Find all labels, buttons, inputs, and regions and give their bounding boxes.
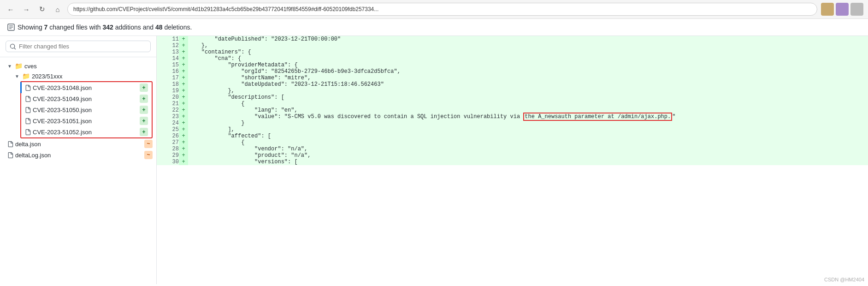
line-code-21: { — [188, 101, 868, 107]
tree-item-cve-51048[interactable]: CVE-2023-51048.json + — [21, 82, 152, 93]
line-code-28: "vendor": "n/a", — [188, 146, 868, 152]
line-sign-15: + — [179, 62, 188, 68]
avatar-3 — [850, 3, 863, 16]
diff-table: 11+ "datePublished": "2023-12-21T00:00:0… — [157, 36, 868, 165]
line-sign-21: + — [179, 101, 188, 107]
line-sign-22: + — [179, 107, 188, 113]
line-number-29: 29 — [157, 152, 179, 159]
main-layout: ▼ 📁 cves ▼ 📁 2023/51xxx CVE-2023-51048.j… — [0, 36, 868, 284]
cve-51051-badge: + — [140, 117, 148, 125]
diff-row-14: 14+ "cna": { — [157, 55, 868, 62]
line-code-15: "providerMetadata": { — [188, 62, 868, 68]
line-sign-30: + — [179, 159, 188, 165]
reload-button[interactable]: ↻ — [36, 3, 48, 15]
file-icon-51050 — [25, 107, 31, 113]
line-code-30: "versions": [ — [188, 159, 868, 165]
line-sign-27: + — [179, 139, 188, 146]
tree-item-cve-51050[interactable]: CVE-2023-51050.json + — [21, 104, 152, 115]
tree-item-cve-51051[interactable]: CVE-2023-51051.json + — [21, 115, 152, 126]
diff-icon — [7, 24, 15, 31]
line-sign-12: + — [179, 42, 188, 49]
diff-area[interactable]: 11+ "datePublished": "2023-12-21T00:00:0… — [157, 36, 868, 284]
file-icon-delta — [7, 141, 13, 147]
file-icon-51051 — [25, 118, 31, 124]
file-icon-deltalog — [7, 152, 13, 158]
line-sign-26: + — [179, 133, 188, 139]
line-code-18: "dateUpdated": "2023-12-21T15:18:46.5624… — [188, 81, 868, 88]
line-sign-18: + — [179, 81, 188, 88]
cve-51049-badge: + — [140, 95, 148, 103]
line-number-30: 30 — [157, 159, 179, 165]
filter-box — [0, 36, 156, 57]
info-bar: Showing 7 changed files with 342 additio… — [0, 19, 868, 36]
avatar-2 — [836, 3, 849, 16]
line-sign-20: + — [179, 94, 188, 101]
tree-item-deltalog[interactable]: deltaLog.json ~ — [0, 149, 156, 161]
delta-label: delta.json — [15, 141, 142, 148]
line-code-29: "product": "n/a", — [188, 152, 868, 159]
line-sign-28: + — [179, 146, 188, 152]
line-number-13: 13 — [157, 49, 179, 55]
deltalog-badge: ~ — [144, 151, 153, 159]
cve-51049-label: CVE-2023-51049.json — [33, 95, 138, 102]
line-number-23: 23 — [157, 113, 179, 120]
watermark: CSDN @HM2404 — [824, 277, 864, 282]
line-code-14: "cna": { — [188, 55, 868, 62]
home-button[interactable]: ⌂ — [52, 3, 64, 15]
info-text: Showing 7 changed files with 342 additio… — [18, 24, 192, 31]
file-tree: ▼ 📁 cves ▼ 📁 2023/51xxx CVE-2023-51048.j… — [0, 57, 156, 164]
cve-51048-label: CVE-2023-51048.json — [33, 84, 138, 91]
diff-row-12: 12+ }, — [157, 42, 868, 49]
2023-51xxx-label: 2023/51xxx — [32, 73, 153, 80]
diff-row-20: 20+ "descriptions": [ — [157, 94, 868, 101]
cve-51048-badge: + — [140, 83, 148, 92]
back-button[interactable]: ← — [5, 3, 17, 15]
diff-row-25: 25+ ], — [157, 126, 868, 133]
line-code-20: "descriptions": [ — [188, 94, 868, 101]
line-sign-17: + — [179, 75, 188, 81]
diff-row-22: 22+ "lang": "en", — [157, 107, 868, 113]
cve-51052-badge: + — [140, 128, 148, 136]
diff-row-24: 24+ } — [157, 120, 868, 126]
tree-item-cve-51052[interactable]: CVE-2023-51052.json + — [21, 126, 152, 137]
red-outline-group: CVE-2023-51048.json + CVE-2023-51049.jso… — [20, 81, 153, 138]
line-code-19: }, — [188, 88, 868, 94]
line-sign-24: + — [179, 120, 188, 126]
diff-row-15: 15+ "providerMetadata": { — [157, 62, 868, 68]
filter-input-wrap[interactable] — [6, 41, 151, 52]
file-icon-51052 — [25, 129, 31, 135]
line-number-28: 28 — [157, 146, 179, 152]
diff-row-13: 13+ "containers": { — [157, 49, 868, 55]
line-code-17: "shortName": "mitre", — [188, 75, 868, 81]
tree-item-2023-51xxx[interactable]: ▼ 📁 2023/51xxx — [0, 71, 156, 81]
browser-bar: ← → ↻ ⌂ — [0, 0, 868, 19]
delta-badge: ~ — [144, 140, 153, 148]
line-number-16: 16 — [157, 68, 179, 75]
tree-item-cves[interactable]: ▼ 📁 cves — [0, 61, 156, 71]
line-code-27: { — [188, 139, 868, 146]
diff-row-21: 21+ { — [157, 101, 868, 107]
line-code-25: ], — [188, 126, 868, 133]
search-icon — [10, 43, 16, 50]
line-code-16: "orgId": "8254265b-2729-46b6-b9e3-3dfca2… — [188, 68, 868, 75]
active-indicator — [20, 82, 22, 93]
line-number-26: 26 — [157, 133, 179, 139]
address-bar[interactable] — [67, 3, 817, 16]
forward-button[interactable]: → — [20, 3, 32, 15]
line-number-24: 24 — [157, 120, 179, 126]
diff-row-18: 18+ "dateUpdated": "2023-12-21T15:18:46.… — [157, 81, 868, 88]
diff-row-26: 26+ "affected": [ — [157, 133, 868, 139]
filter-input[interactable] — [19, 43, 147, 50]
cves-label: cves — [24, 63, 153, 70]
line-sign-23: + — [179, 113, 188, 120]
line-number-27: 27 — [157, 139, 179, 146]
chevron-down-icon-2: ▼ — [15, 74, 19, 79]
tree-item-delta[interactable]: delta.json ~ — [0, 138, 156, 149]
line-code-11: "datePublished": "2023-12-21T00:00:00" — [188, 36, 868, 42]
diff-row-11: 11+ "datePublished": "2023-12-21T00:00:0… — [157, 36, 868, 42]
tree-item-cve-51049[interactable]: CVE-2023-51049.json + — [21, 93, 152, 104]
cve-51050-badge: + — [140, 106, 148, 114]
line-number-14: 14 — [157, 55, 179, 62]
diff-row-17: 17+ "shortName": "mitre", — [157, 75, 868, 81]
diff-row-30: 30+ "versions": [ — [157, 159, 868, 165]
